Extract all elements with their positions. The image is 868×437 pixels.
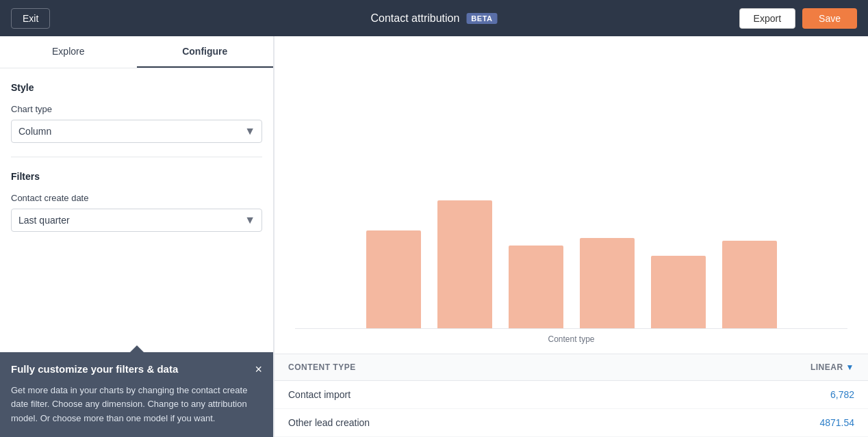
chart-bar-4 <box>651 256 706 328</box>
chart-bar-3 <box>580 238 635 328</box>
chart-bar-1 <box>437 200 492 328</box>
table-header: CONTENT TYPE LINEAR ▼ <box>275 354 868 381</box>
tooltip-close-button[interactable]: × <box>255 363 262 375</box>
chart-bar-2 <box>509 246 563 328</box>
header-center: Contact attribution BETA <box>371 12 498 25</box>
row-value-0: 6,782 <box>830 389 854 400</box>
page-title: Contact attribution <box>371 12 460 25</box>
app-header: Exit Contact attribution BETA Export Sav… <box>0 0 868 36</box>
bars-container <box>295 50 847 328</box>
contact-date-select[interactable]: Last quarter Last month Last year Custom… <box>11 209 262 232</box>
chart-bar-0 <box>366 230 421 328</box>
tooltip-popup: Fully customize your filters & data × Ge… <box>0 352 273 437</box>
exit-button[interactable]: Exit <box>11 8 50 29</box>
contact-date-label: Contact create date <box>11 193 262 203</box>
tooltip-arrow <box>130 345 144 352</box>
table-row: Other lead creation 4871.54 <box>275 409 868 437</box>
chart-bar-5 <box>722 241 777 328</box>
main-content: Explore Configure Style Chart type Colum… <box>0 36 868 437</box>
section-divider <box>11 157 262 157</box>
data-table: CONTENT TYPE LINEAR ▼ Contact import 6,7… <box>275 354 868 437</box>
table-row: Contact import 6,782 <box>275 381 868 409</box>
sort-icon[interactable]: ▼ <box>846 362 854 372</box>
chart-container: Content type <box>275 36 868 354</box>
tooltip-body: Get more data in your charts by changing… <box>11 384 262 426</box>
save-button[interactable]: Save <box>802 8 857 29</box>
col-linear: LINEAR ▼ <box>810 362 854 372</box>
sidebar: Explore Configure Style Chart type Colum… <box>0 36 274 437</box>
chart-x-label: Content type <box>295 334 847 347</box>
sidebar-tabs: Explore Configure <box>0 36 273 68</box>
chart-type-wrapper: Column Bar Line Area ▼ <box>11 120 262 143</box>
beta-badge: BETA <box>466 13 497 24</box>
tab-explore[interactable]: Explore <box>0 36 137 68</box>
filters-section-heading: Filters <box>11 171 262 182</box>
chart-type-select[interactable]: Column Bar Line Area <box>11 120 262 143</box>
tab-configure[interactable]: Configure <box>137 36 274 68</box>
header-actions: Export Save <box>739 8 857 29</box>
row-label-1: Other lead creation <box>288 417 370 428</box>
sidebar-body: Style Chart type Column Bar Line Area ▼ … <box>0 68 273 259</box>
tooltip-title: Fully customize your filters & data <box>11 363 178 375</box>
contact-date-wrapper: Last quarter Last month Last year Custom… <box>11 209 262 232</box>
col-linear-label: LINEAR <box>810 362 843 372</box>
export-button[interactable]: Export <box>739 8 795 29</box>
chart-type-label: Chart type <box>11 104 262 114</box>
row-value-1: 4871.54 <box>819 417 854 428</box>
tooltip-header: Fully customize your filters & data × <box>11 363 262 375</box>
chart-area: Content type CONTENT TYPE LINEAR ▼ Conta… <box>274 36 868 437</box>
row-label-0: Contact import <box>288 389 350 400</box>
style-section-heading: Style <box>11 82 262 93</box>
col-content-type: CONTENT TYPE <box>288 362 356 372</box>
chart-x-axis <box>295 328 847 329</box>
